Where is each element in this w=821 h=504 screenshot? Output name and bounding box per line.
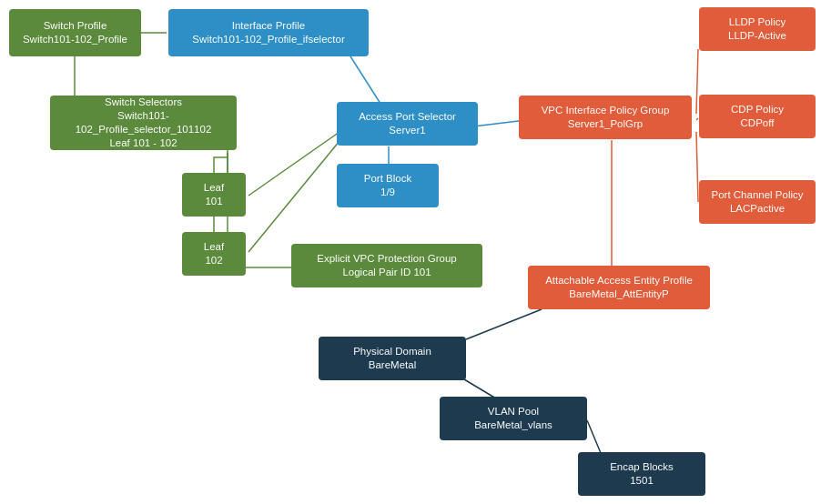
- access-port-selector-label: Access Port SelectorServer1: [359, 110, 456, 137]
- diagram: Switch Profile Switch101-102_Profile Int…: [0, 0, 821, 504]
- svg-line-9: [696, 132, 698, 202]
- physical-domain-label: Physical DomainBareMetal: [353, 345, 431, 372]
- vlan-pool-label: VLAN PoolBareMetal_vlans: [474, 405, 552, 432]
- svg-line-8: [696, 118, 698, 120]
- interface-profile-node: Interface ProfileSwitch101-102_Profile_i…: [168, 9, 369, 56]
- attachable-aep-label: Attachable Access Entity ProfileBareMeta…: [545, 274, 693, 301]
- physical-domain-node: Physical DomainBareMetal: [319, 337, 466, 380]
- vlan-pool-node: VLAN PoolBareMetal_vlans: [440, 397, 587, 440]
- leaf102-node: Leaf102: [182, 232, 246, 276]
- port-block-label: Port Block1/9: [364, 172, 411, 199]
- vpc-interface-pg-label: VPC Interface Policy GroupServer1_PolGrp: [542, 104, 670, 131]
- svg-line-12: [464, 379, 496, 398]
- interface-profile-label: Interface ProfileSwitch101-102_Profile_i…: [192, 19, 344, 46]
- port-block-node: Port Block1/9: [337, 164, 439, 207]
- svg-line-5: [248, 132, 340, 196]
- explicit-vpc-node: Explicit VPC Protection GroupLogical Pai…: [291, 244, 482, 287]
- cdp-policy-label: CDP PolicyCDPoff: [731, 103, 784, 130]
- lldp-policy-label: LLDP PolicyLLDP-Active: [728, 15, 786, 43]
- leaf101-label: Leaf101: [204, 181, 224, 208]
- leaf102-label: Leaf102: [204, 240, 224, 267]
- svg-line-7: [696, 49, 698, 114]
- port-channel-policy-node: Port Channel PolicyLACPactive: [699, 180, 816, 224]
- explicit-vpc-label: Explicit VPC Protection GroupLogical Pai…: [317, 252, 456, 279]
- switch-profile-node: Switch Profile Switch101-102_Profile: [9, 9, 141, 56]
- access-port-selector-node: Access Port SelectorServer1: [337, 102, 478, 146]
- leaf101-node: Leaf101: [182, 173, 246, 217]
- svg-line-2: [350, 56, 382, 106]
- encap-blocks-node: Encap Blocks1501: [578, 452, 705, 496]
- lldp-policy-node: LLDP PolicyLLDP-Active: [699, 7, 816, 51]
- svg-line-13: [587, 420, 601, 453]
- port-channel-policy-label: Port Channel PolicyLACPactive: [712, 188, 804, 216]
- svg-line-6: [248, 141, 340, 252]
- attachable-aep-node: Attachable Access Entity ProfileBareMeta…: [528, 266, 710, 309]
- encap-blocks-label: Encap Blocks1501: [610, 460, 674, 488]
- switch-profile-label: Switch Profile Switch101-102_Profile: [16, 19, 134, 46]
- switch-selectors-label: Switch SelectorsSwitch101-102_Profile_se…: [57, 96, 229, 150]
- svg-line-11: [466, 309, 542, 339]
- cdp-policy-node: CDP PolicyCDPoff: [699, 95, 816, 138]
- switch-selectors-node: Switch SelectorsSwitch101-102_Profile_se…: [50, 96, 237, 150]
- vpc-interface-pg-node: VPC Interface Policy GroupServer1_PolGrp: [519, 96, 692, 139]
